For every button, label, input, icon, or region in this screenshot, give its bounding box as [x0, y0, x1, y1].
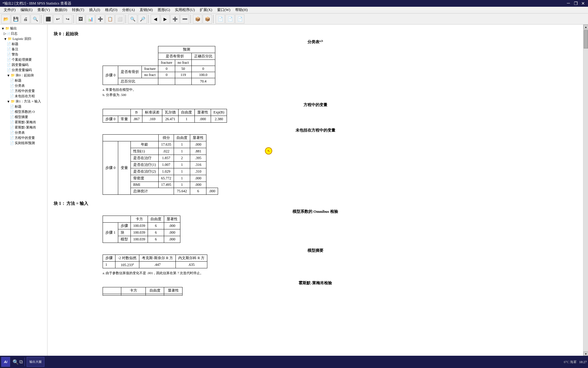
toolbar-btn14[interactable]: 📦: [203, 14, 212, 24]
sidebar-label: 个案处理摘要: [12, 57, 32, 62]
menu-window[interactable]: 窗口(W): [215, 7, 233, 13]
sidebar-item-catcode[interactable]: 📄 分类变量编码: [0, 67, 47, 73]
close-button[interactable]: ✕: [581, 1, 586, 6]
sidebar-label: 霍斯默-莱梅肖: [15, 120, 36, 125]
sidebar-item-block1[interactable]: ▼ 📁 块1：方法 = 输入: [0, 99, 47, 104]
toolbar-btn12[interactable]: ⬜: [115, 14, 124, 24]
sidebar-item-b1-hosmer2[interactable]: 📄 霍斯默-莱梅肖: [0, 125, 47, 130]
menu-help[interactable]: 帮助(H): [233, 7, 250, 13]
taskbar-icon-taskview[interactable]: ⧉: [19, 359, 23, 365]
sidebar-item-b1-summary[interactable]: 📄 模型摘要: [0, 114, 47, 120]
menu-insert[interactable]: 插入(I): [87, 7, 103, 13]
sidebar-item-notes[interactable]: 📄 备注: [0, 47, 47, 52]
sidebar-item-b0-title[interactable]: 📄 标题: [0, 78, 47, 83]
toolbar-btn16[interactable]: 📄: [225, 14, 235, 24]
toolbar-btn10[interactable]: ➕: [96, 14, 105, 24]
window-controls: ─ ❐ ✕: [566, 1, 586, 6]
title-text: *输出2 [文档2] - IBM SPSS Statistics 查看器: [2, 1, 71, 6]
toolbar-nav2[interactable]: ▶: [160, 14, 170, 24]
toolbar-open[interactable]: 📂: [1, 14, 10, 24]
taskbar-start[interactable]: Ai: [1, 357, 10, 367]
taskbar-icon-search[interactable]: 🔍: [13, 359, 19, 365]
sidebar-item-b1-eqvars[interactable]: 📄 方程中的变量: [0, 135, 47, 140]
toolbar-save[interactable]: 💾: [11, 14, 20, 24]
note-a: a. 常量包括在模型中。: [103, 87, 577, 92]
toolbar-btn7[interactable]: ↪: [63, 14, 72, 24]
sidebar-item-logistic[interactable]: ▼ 📁 Logistic 回归: [0, 36, 47, 41]
toolbar-print[interactable]: 🖨: [21, 14, 30, 24]
doc-icon: 📄: [10, 131, 14, 135]
toolbar-plus[interactable]: ➕: [170, 14, 179, 24]
taskbar: Ai 🔍 ⧉ 输出大腿 6°C 海雾 18:27: [0, 356, 588, 368]
menu-view[interactable]: 查看(V): [35, 7, 52, 13]
scroll-thumb[interactable]: [584, 30, 588, 48]
menu-data[interactable]: 数据(D): [52, 7, 70, 13]
menu-analyze[interactable]: 分析(A): [120, 7, 137, 13]
taskbar-app-spss[interactable]: 输出大腿: [27, 357, 44, 367]
sidebar-item-depcode[interactable]: 📄 因变量编码: [0, 62, 47, 67]
sidebar-label-log: 日志: [11, 31, 17, 36]
sidebar-label: 方程中的变量: [15, 136, 35, 140]
sidebar-item-b1-hosmer1[interactable]: 📄 霍斯默-莱梅肖: [0, 120, 47, 125]
toolbar-zoom-out[interactable]: 🔍: [128, 14, 137, 24]
menu-transform[interactable]: 转换(T): [70, 7, 86, 13]
sidebar-label: 模型系数的 O: [15, 109, 35, 114]
sidebar-label: 霍斯默-莱梅肖: [15, 125, 36, 130]
sidebar-item-b1-classtable[interactable]: 📄 分类表: [0, 130, 47, 135]
sidebar-item-log[interactable]: ▷ 📄 日志: [0, 31, 47, 36]
sidebar-item-b1-predgroups[interactable]: 📄 实则组和预测: [0, 140, 47, 146]
sidebar-item-b0-eqvars[interactable]: 📄 方程中的变量: [0, 88, 47, 94]
toolbar-btn15[interactable]: 📄: [216, 14, 225, 24]
content-area[interactable]: 块 0：起始块 分类表a,b 预测 是否有骨折 正确百分比 fracture: [47, 25, 583, 356]
doc-icon: 📄: [7, 42, 11, 46]
sidebar-label-output: 输出: [10, 26, 17, 31]
toolbar-minus[interactable]: ➖: [180, 14, 189, 24]
sidebar-item-b1-title[interactable]: 📄 标题: [0, 104, 47, 109]
toolbar-sep5: [190, 15, 192, 23]
model-summary-table: 步骤 -2 对数似然 考克斯-斯奈尔 R 方 内文斯尔科 R 方 1 105.2…: [103, 255, 207, 268]
scroll-up-arrow[interactable]: ▲: [583, 25, 588, 29]
sidebar-item-block0[interactable]: ▼ 📁 块0：起始块: [0, 73, 47, 78]
expand-icon: ▼: [1, 27, 5, 30]
toolbar-btn13[interactable]: 📦: [193, 14, 202, 24]
sidebar-item-b1-omnibus[interactable]: 📄 模型系数的 O: [0, 109, 47, 114]
sidebar-label: 标题: [15, 104, 21, 109]
toolbar-btn6[interactable]: ↩: [53, 14, 62, 24]
sidebar-label: 标题: [12, 42, 18, 46]
expand-icon: ▼: [7, 100, 10, 103]
sidebar-item-b0-noteqvars[interactable]: 📄 未包括在方程: [0, 94, 47, 99]
sidebar-item-output[interactable]: ▼ 📁 输出: [0, 26, 47, 31]
restore-button[interactable]: ❐: [573, 1, 578, 6]
menu-file[interactable]: 文件(F): [1, 7, 18, 13]
menu-edit[interactable]: 编辑(E): [18, 7, 35, 13]
menu-format[interactable]: 格式(O): [103, 7, 120, 13]
doc-icon: 📄: [10, 84, 14, 88]
minimize-button[interactable]: ─: [566, 1, 571, 6]
titlebar: *输出2 [文档2] - IBM SPSS Statistics 查看器 ─ ❐…: [0, 0, 588, 7]
toolbar-sep2: [74, 15, 75, 23]
menu-utilities[interactable]: 实用程序(U): [172, 7, 197, 13]
sidebar-label: 未包括在方程: [15, 94, 35, 98]
block0-title: 块 0：起始块: [54, 31, 577, 37]
toolbar-btn11[interactable]: 📋: [105, 14, 115, 24]
sidebar-item-warnings[interactable]: 📄 警告: [0, 52, 47, 57]
doc-icon: 📄: [10, 115, 14, 119]
scroll-track[interactable]: [583, 29, 588, 351]
sidebar-item-title1[interactable]: 📄 标题: [0, 41, 47, 47]
toolbar-nav1[interactable]: ◀: [151, 14, 160, 24]
menu-directmarketing[interactable]: 直销(M): [137, 7, 155, 13]
toolbar-zoom-in[interactable]: 🔎: [138, 14, 147, 24]
toolbar-btn9[interactable]: 📊: [86, 14, 95, 24]
sidebar-item-casesum[interactable]: 📄 个案处理摘要: [0, 57, 47, 62]
toolbar-btn17[interactable]: 📄: [235, 14, 244, 24]
toolbar-search[interactable]: 🔍: [31, 14, 40, 24]
sidebar-label: 备注: [12, 47, 18, 52]
toolbar-btn8[interactable]: 🖼: [76, 14, 85, 24]
doc-icon: 📄: [10, 79, 14, 82]
menu-graphs[interactable]: 图形(G): [155, 7, 173, 13]
menu-extensions[interactable]: 扩展(X): [197, 7, 215, 13]
scrollbar-right[interactable]: ▲ ▼: [583, 25, 588, 356]
sidebar-label: 块1：方法 = 输入: [16, 99, 41, 104]
toolbar-btn5[interactable]: ⬛: [43, 14, 53, 24]
sidebar-item-b0-classtable[interactable]: 📄 分类表: [0, 83, 47, 88]
